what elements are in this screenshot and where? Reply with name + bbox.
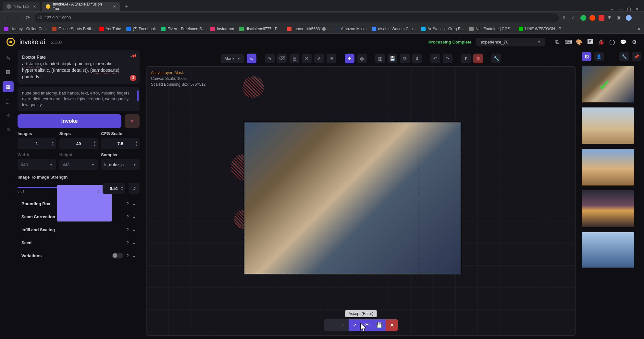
i2i-slider[interactable]: 0.01 1 (18, 183, 99, 193)
invoke-button[interactable]: Invoke (18, 114, 121, 128)
info-icon[interactable]: ? (126, 253, 129, 258)
cfg-input[interactable]: 7.5 ▲▼ (101, 138, 140, 149)
url-bar[interactable]: ⓘ 127.0.0.1:9090 (34, 13, 559, 22)
reload-button[interactable]: ⟳ (24, 15, 31, 21)
info-icon[interactable]: ? (126, 227, 129, 232)
ext-icon[interactable] (589, 15, 595, 21)
close-icon[interactable]: × (33, 4, 36, 9)
gallery-settings[interactable]: 🔧 (619, 52, 629, 61)
step-up-icon[interactable]: ▲ (121, 185, 123, 188)
avatar-icon[interactable] (626, 15, 632, 21)
brush-tool[interactable]: ✎ (265, 54, 275, 63)
browser-tab[interactable]: InvokeAI - A Stable Diffusion Too × (42, 2, 120, 11)
i2i-input[interactable]: 0.51 ▲▼ (103, 183, 125, 194)
canvas-settings[interactable]: 🔧 (491, 54, 501, 63)
rail-txt2img[interactable]: ✎ (3, 53, 14, 64)
i2i-reset-button[interactable]: ↺ (129, 183, 140, 194)
staging-toggle-view[interactable]: 👁 (361, 319, 373, 331)
bbox-tool[interactable]: ◎ (357, 54, 367, 63)
bookmark-item[interactable]: Online Sports Betti... (52, 27, 94, 31)
download-tool[interactable]: ⬇ (412, 54, 422, 63)
settings-icon[interactable]: ⚙ (631, 39, 638, 45)
accordion-variations[interactable]: Variations?⌄ (18, 249, 140, 262)
bookmarks-overflow[interactable]: » (638, 27, 640, 31)
toggle[interactable] (112, 253, 123, 258)
model-selector[interactable]: experience_70 ▼ (476, 38, 545, 46)
gallery-tab-user[interactable]: 👤 (594, 52, 604, 61)
gallery-thumb[interactable]: ✓ (582, 66, 634, 103)
cube-icon[interactable]: ⧉ (554, 39, 560, 45)
forward-button[interactable]: → (14, 15, 21, 21)
info-icon[interactable]: ? (126, 201, 129, 206)
info-icon[interactable]: ? (126, 214, 129, 219)
bookmark-item[interactable]: (7) Facebook (126, 27, 156, 31)
extensions-icon[interactable]: ✱ (608, 15, 613, 21)
minimize-icon[interactable]: — (618, 6, 623, 11)
bookmark-item[interactable]: Neil Fontaine | CGS... (469, 27, 514, 31)
staging-discard[interactable]: ✕ (386, 319, 398, 331)
ext-icon[interactable] (580, 15, 586, 21)
browser-tab[interactable]: New Tab × (3, 2, 40, 11)
merge-visible[interactable]: ▥ (375, 54, 385, 63)
palette-icon[interactable]: 🎨 (576, 39, 582, 45)
bug-icon[interactable]: 🐞 (598, 39, 604, 45)
canvas[interactable]: Active Layer: Mask Canvas Scale: 100% Sc… (146, 66, 576, 336)
redo-button[interactable]: ↷ (443, 54, 452, 63)
bookmark-item[interactable]: ArtStation - Greg R... (421, 27, 464, 31)
language-icon[interactable]: 🅰 (587, 39, 593, 45)
chevron-down-icon[interactable]: ⌄ (610, 6, 614, 11)
gallery-thumb[interactable] (582, 190, 634, 227)
new-tab-button[interactable]: + (122, 2, 131, 11)
scrollbar[interactable] (137, 90, 139, 101)
staging-next[interactable]: → (336, 319, 349, 331)
width-select[interactable]: 640 ▼ (18, 159, 56, 170)
rail-canvas[interactable]: ▦ (3, 81, 14, 92)
rail-nodes[interactable]: ⬚ (3, 95, 14, 107)
clear-canvas[interactable]: 🗑 (473, 54, 483, 63)
bounding-box[interactable] (244, 122, 419, 274)
step-up-icon[interactable]: ▲ (135, 141, 138, 144)
close-icon[interactable]: × (113, 4, 116, 9)
eyedropper-tool[interactable]: ✐ (314, 54, 324, 63)
bookmark-item[interactable]: Amazon Music (334, 27, 366, 31)
rail-img2img[interactable]: 🖼 (3, 67, 14, 78)
negative-prompt-input[interactable]: nude bad anatomy, bad hands, text, error… (18, 87, 140, 111)
discord-icon[interactable]: 💬 (620, 39, 626, 45)
bookmark-item[interactable]: Fiverr - Freelance S... (161, 27, 205, 31)
sampler-select[interactable]: k_euler_a ▼ (101, 159, 140, 170)
bookmark-item[interactable]: discipleneil777 - Pr... (239, 27, 282, 31)
staging-prev[interactable]: ← (324, 319, 336, 331)
clear-mask[interactable]: ✕ (302, 54, 312, 63)
brush-options[interactable]: ≡ (327, 54, 336, 63)
bookmark-item[interactable]: Inbox - klk56831@... (287, 27, 329, 31)
staging-save[interactable]: 💾 (373, 319, 386, 331)
undo-button[interactable]: ↶ (430, 54, 440, 63)
bookmark-item[interactable]: disable Wacom Circ... (372, 27, 416, 31)
step-up-icon[interactable]: ▲ (52, 141, 54, 144)
github-icon[interactable]: ◯ (609, 39, 615, 45)
gallery-thumb[interactable] (582, 232, 634, 268)
bookmark-item[interactable]: Udemy - Online Co... (4, 27, 47, 31)
gallery-tab-images[interactable]: 🖼 (582, 52, 591, 61)
step-down-icon[interactable]: ▼ (135, 144, 138, 147)
steps-input[interactable]: 40 ▲▼ (59, 138, 98, 149)
maximize-icon[interactable]: ▢ (627, 6, 631, 11)
step-down-icon[interactable]: ▼ (93, 144, 96, 147)
close-icon[interactable]: × (636, 6, 638, 11)
pin-icon[interactable]: 📌 (130, 52, 138, 60)
bookmark-item[interactable]: YouTube (99, 27, 121, 31)
back-button[interactable]: ← (3, 15, 10, 21)
gallery-thumb[interactable] (582, 107, 634, 144)
star-icon[interactable]: ☆ (571, 15, 577, 21)
accordion-infill-and-scaling[interactable]: Infill and Scaling?⌄ (18, 223, 140, 236)
step-up-icon[interactable]: ▲ (93, 141, 96, 144)
link-tool[interactable]: ∞ (247, 54, 256, 63)
step-down-icon[interactable]: ▼ (52, 144, 54, 147)
ext-icon[interactable] (599, 15, 604, 21)
layer-select[interactable]: Mask ▼ (221, 54, 244, 63)
gallery-thumb[interactable] (582, 149, 634, 186)
staging-accept[interactable]: ✓ (349, 319, 361, 331)
upload-button[interactable]: ⬆ (461, 54, 471, 63)
cancel-button[interactable]: ✕ (125, 114, 140, 128)
menu-icon[interactable]: ⋮ (635, 15, 641, 21)
